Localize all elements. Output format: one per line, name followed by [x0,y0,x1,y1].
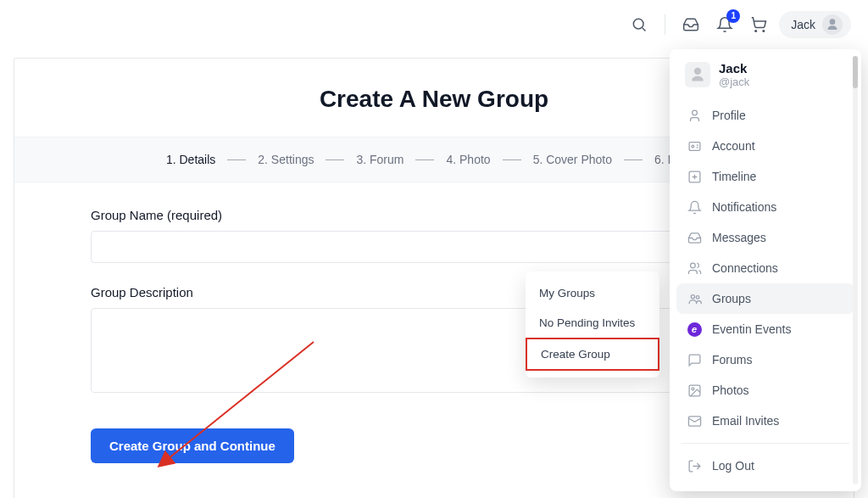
avatar [685,62,710,87]
menu-item-label: Groups [712,292,751,305]
menu-item-label: Forums [712,353,752,367]
menu-item-messages[interactable]: Messages [676,222,854,253]
menu-item-label: Messages [712,231,766,244]
id-icon [687,138,702,154]
panel-scrollbar[interactable] [851,56,860,484]
menu-item-label: Account [712,139,755,153]
menu-item-label: Eventin Events [712,322,791,336]
groups-submenu: My GroupsNo Pending InvitesCreate Group [526,271,659,378]
submenu-item[interactable]: No Pending Invites [526,308,659,338]
topbar-divider [665,14,665,35]
menu-item-forums[interactable]: Forums [676,344,854,375]
step-separator [227,159,246,160]
step-1[interactable]: 1. Details [166,153,215,166]
step-4[interactable]: 4. Photo [446,153,490,166]
group-icon [687,291,702,306]
avatar [822,14,843,35]
menu-item-notifications[interactable]: Notifications [676,192,854,222]
menu-item-profile[interactable]: Profile [676,100,854,131]
menu-separator [682,443,849,444]
menu-item-email-invites[interactable]: Email Invites [676,406,854,436]
mail-icon [687,413,702,428]
step-separator [624,159,643,160]
users-icon [687,260,702,276]
step-separator [415,159,434,160]
menu-item-label: Log Out [712,459,754,473]
image-icon [687,383,702,398]
menu-item-account[interactable]: Account [676,131,854,161]
inbox-icon [687,230,702,245]
submenu-item[interactable]: Create Group [526,338,659,371]
cart-icon[interactable] [745,11,772,38]
logout-icon [687,458,702,473]
panel-user-name: Jack [719,61,749,76]
menu-item-label: Connections [712,261,778,275]
step-3[interactable]: 3. Forum [356,153,403,166]
chat-icon [687,352,702,367]
menu-item-connections[interactable]: Connections [676,253,854,283]
notifications-badge: 1 [726,9,740,23]
menu-item-label: Timeline [712,170,756,183]
step-2[interactable]: 2. Settings [258,153,314,166]
notifications-icon[interactable]: 1 [711,11,738,38]
menu-item-label: Photos [712,383,749,397]
menu-item-label: Profile [712,109,746,122]
menu-item-timeline[interactable]: Timeline [676,161,854,192]
eventin-icon: e [687,322,702,337]
menu-item-photos[interactable]: Photos [676,375,854,406]
user-name-label: Jack [791,18,815,31]
inbox-icon[interactable] [677,11,704,38]
step-separator [503,159,521,160]
bell-icon [687,199,702,215]
create-group-continue-button[interactable]: Create Group and Continue [91,428,294,463]
step-separator [326,159,344,160]
menu-item-eventin-events[interactable]: eEventin Events [676,314,854,344]
menu-item-groups[interactable]: Groups [676,283,854,314]
plus-box-icon [687,169,702,184]
search-icon[interactable] [626,11,653,38]
user-icon [687,108,702,123]
step-5[interactable]: 5. Cover Photo [533,153,612,166]
user-menu-trigger[interactable]: Jack [779,11,851,38]
menu-item-logout[interactable]: Log Out [676,450,854,481]
menu-item-label: Notifications [712,200,776,214]
submenu-item[interactable]: My Groups [526,278,659,308]
panel-user-handle: @jack [719,76,749,88]
menu-item-label: Email Invites [712,414,779,428]
user-dropdown-panel: Jack @jack ProfileAccountTimelineNotific… [670,49,861,491]
